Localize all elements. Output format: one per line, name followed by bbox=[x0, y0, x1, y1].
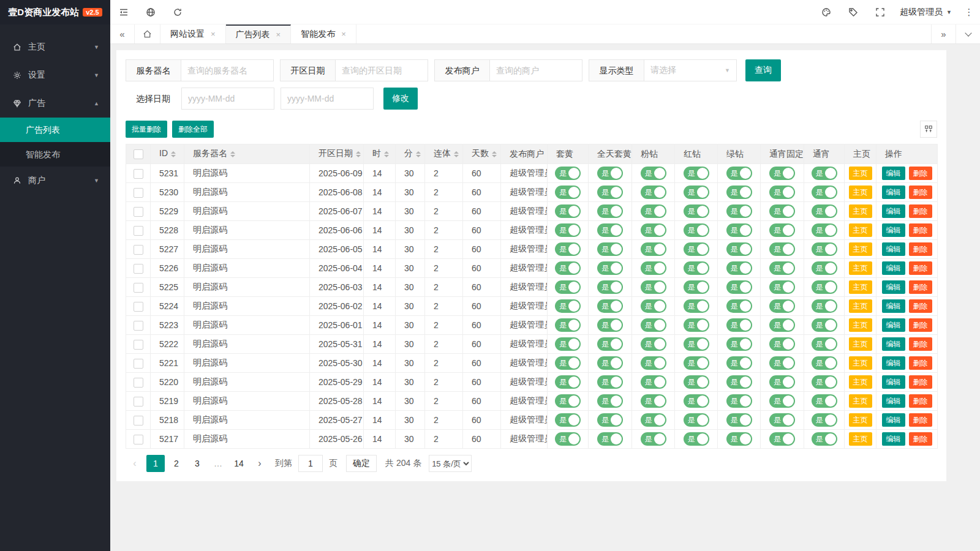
col-header-days[interactable]: 天数 bbox=[463, 144, 501, 164]
date-start-input[interactable] bbox=[181, 88, 274, 110]
row-checkbox[interactable] bbox=[134, 397, 143, 407]
refresh-icon[interactable] bbox=[164, 0, 191, 24]
toggle-taohuang[interactable]: 是 bbox=[555, 299, 581, 313]
sidebar-item-smart-publish[interactable]: 智能发布 bbox=[0, 142, 110, 167]
sort-icon[interactable] bbox=[416, 149, 421, 160]
toggle-tongxiao_guding[interactable]: 是 bbox=[769, 280, 795, 294]
toggle-lvzuan[interactable]: 是 bbox=[726, 167, 752, 180]
delete-all-button[interactable]: 删除全部 bbox=[172, 121, 214, 138]
toggle-hongzuan[interactable]: 是 bbox=[684, 375, 709, 389]
tab-site-settings[interactable]: 网站设置 × bbox=[160, 24, 226, 43]
server-name-input[interactable] bbox=[181, 60, 273, 81]
delete-button[interactable]: 删除 bbox=[909, 186, 932, 199]
page-size-select[interactable]: 15 条/页 bbox=[429, 455, 472, 472]
toggle-quantian_taohuang[interactable]: 是 bbox=[597, 186, 623, 199]
toggle-taohuang[interactable]: 是 bbox=[555, 223, 581, 237]
row-checkbox[interactable] bbox=[134, 302, 143, 312]
row-checkbox[interactable] bbox=[134, 359, 143, 369]
toggle-taohuang[interactable]: 是 bbox=[555, 375, 581, 389]
toggle-tongxiao_guding[interactable]: 是 bbox=[769, 356, 795, 370]
toggle-lvzuan[interactable]: 是 bbox=[726, 261, 752, 275]
toggle-quantian_taohuang[interactable]: 是 bbox=[597, 394, 623, 408]
toggle-tongxiao[interactable]: 是 bbox=[812, 299, 837, 313]
homepage-button[interactable]: 主页 bbox=[849, 337, 872, 351]
toggle-taohuang[interactable]: 是 bbox=[555, 167, 581, 180]
more-menu-icon[interactable]: ⋮ bbox=[958, 7, 980, 18]
toggle-taohuang[interactable]: 是 bbox=[555, 204, 581, 218]
edit-button[interactable]: 编辑 bbox=[882, 375, 905, 389]
sort-icon[interactable] bbox=[384, 149, 389, 160]
row-checkbox[interactable] bbox=[134, 416, 143, 425]
edit-button[interactable]: 编辑 bbox=[882, 432, 905, 446]
goto-page-input[interactable] bbox=[298, 455, 323, 472]
toggle-tongxiao[interactable]: 是 bbox=[812, 242, 837, 256]
toggle-tongxiao_guding[interactable]: 是 bbox=[769, 413, 795, 427]
toggle-taohuang[interactable]: 是 bbox=[555, 318, 581, 332]
col-header-liantai[interactable]: 连体 bbox=[425, 144, 463, 164]
toggle-quantian_taohuang[interactable]: 是 bbox=[597, 204, 623, 218]
globe-icon[interactable] bbox=[137, 0, 164, 24]
edit-button[interactable]: 编辑 bbox=[882, 394, 905, 408]
toggle-hongzuan[interactable]: 是 bbox=[684, 356, 709, 370]
toggle-tongxiao_guding[interactable]: 是 bbox=[769, 204, 795, 218]
toggle-tongxiao[interactable]: 是 bbox=[812, 318, 837, 332]
toggle-taohuang[interactable]: 是 bbox=[555, 337, 581, 351]
page-button-2[interactable]: 2 bbox=[167, 455, 186, 472]
toggle-hongzuan[interactable]: 是 bbox=[684, 413, 709, 427]
toggle-tongxiao[interactable]: 是 bbox=[812, 280, 837, 294]
toggle-tongxiao[interactable]: 是 bbox=[812, 167, 837, 180]
sort-icon[interactable] bbox=[230, 149, 235, 160]
toggle-tongxiao[interactable]: 是 bbox=[812, 432, 837, 446]
homepage-button[interactable]: 主页 bbox=[849, 394, 872, 408]
toggle-taohuang[interactable]: 是 bbox=[555, 242, 581, 256]
toggle-tongxiao_guding[interactable]: 是 bbox=[769, 432, 795, 446]
modify-button[interactable]: 修改 bbox=[383, 88, 418, 110]
col-header-hour[interactable]: 时 bbox=[364, 144, 396, 164]
merchant-input[interactable] bbox=[490, 60, 582, 81]
toggle-lvzuan[interactable]: 是 bbox=[726, 204, 752, 218]
close-icon[interactable]: × bbox=[341, 29, 346, 39]
tab-home[interactable] bbox=[135, 24, 160, 43]
toggle-lvzuan[interactable]: 是 bbox=[726, 223, 752, 237]
toggle-quantian_taohuang[interactable]: 是 bbox=[597, 413, 623, 427]
tag-icon[interactable] bbox=[840, 0, 867, 24]
homepage-button[interactable]: 主页 bbox=[849, 413, 872, 427]
toggle-quantian_taohuang[interactable]: 是 bbox=[597, 432, 623, 446]
toggle-fenzuan[interactable]: 是 bbox=[641, 413, 666, 427]
tabs-menu-icon[interactable] bbox=[956, 24, 980, 43]
delete-button[interactable]: 删除 bbox=[909, 223, 932, 237]
toggle-fenzuan[interactable]: 是 bbox=[641, 223, 666, 237]
display-type-select[interactable]: 请选择 ▼ bbox=[644, 60, 736, 81]
columns-filter-button[interactable] bbox=[920, 121, 937, 138]
homepage-button[interactable]: 主页 bbox=[849, 356, 872, 370]
toggle-hongzuan[interactable]: 是 bbox=[684, 186, 709, 199]
prev-page-button[interactable]: ‹ bbox=[126, 455, 144, 472]
homepage-button[interactable]: 主页 bbox=[849, 318, 872, 332]
row-checkbox[interactable] bbox=[134, 321, 143, 331]
page-button-3[interactable]: 3 bbox=[188, 455, 206, 472]
toggle-fenzuan[interactable]: 是 bbox=[641, 299, 666, 313]
sort-icon[interactable] bbox=[356, 149, 361, 160]
toggle-tongxiao[interactable]: 是 bbox=[812, 261, 837, 275]
page-button-14[interactable]: 14 bbox=[230, 455, 248, 472]
toggle-lvzuan[interactable]: 是 bbox=[726, 356, 752, 370]
row-checkbox[interactable] bbox=[134, 226, 143, 236]
toggle-hongzuan[interactable]: 是 bbox=[684, 394, 709, 408]
edit-button[interactable]: 编辑 bbox=[882, 299, 905, 313]
goto-confirm-button[interactable]: 确定 bbox=[346, 455, 377, 472]
homepage-button[interactable]: 主页 bbox=[849, 186, 872, 199]
toggle-tongxiao_guding[interactable]: 是 bbox=[769, 337, 795, 351]
toggle-tongxiao_guding[interactable]: 是 bbox=[769, 167, 795, 180]
toggle-fenzuan[interactable]: 是 bbox=[641, 356, 666, 370]
toggle-quantian_taohuang[interactable]: 是 bbox=[597, 261, 623, 275]
sidebar-item-ads[interactable]: 广告 ▲ bbox=[0, 89, 110, 118]
toggle-fenzuan[interactable]: 是 bbox=[641, 375, 666, 389]
delete-button[interactable]: 删除 bbox=[909, 375, 932, 389]
toggle-quantian_taohuang[interactable]: 是 bbox=[597, 375, 623, 389]
toggle-fenzuan[interactable]: 是 bbox=[641, 432, 666, 446]
sidebar-item-home[interactable]: 主页 ▼ bbox=[0, 33, 110, 61]
edit-button[interactable]: 编辑 bbox=[882, 186, 905, 199]
col-header-open_date[interactable]: 开区日期 bbox=[310, 144, 364, 164]
col-header-server[interactable]: 服务器名 bbox=[184, 144, 310, 164]
tabs-scroll-right-icon[interactable]: » bbox=[931, 24, 956, 43]
